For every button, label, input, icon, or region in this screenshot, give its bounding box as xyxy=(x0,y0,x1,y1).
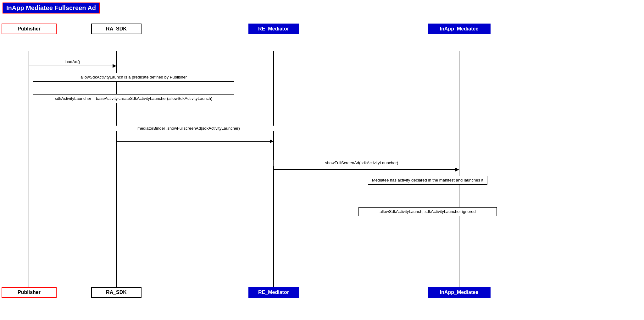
msg-sdk-activity-launcher: sdkActivityLauncher = baseActivity.creat… xyxy=(33,94,234,103)
actor-ra-sdk-bot: RA_SDK xyxy=(91,287,142,298)
actor-re-mediator-top: RE_Mediator xyxy=(248,24,299,34)
actor-ra-sdk-top: RA_SDK xyxy=(91,24,142,34)
msg-loadad: loadAd() xyxy=(41,59,104,65)
msg-mediator-binder: mediatorBinder .showFullscreenAd(sdkActi… xyxy=(97,126,280,131)
msg-mediatee-activity: Mediatee has activity declared in the ma… xyxy=(368,176,487,185)
actor-inapp-mediatee-bot: InApp_Mediatee xyxy=(428,287,491,298)
msg-show-fullscreen-ad: showFullScreenAd(sdkActivityLauncher) xyxy=(274,160,450,166)
msg-allow-sdk-ignored: allowSdkActivityLaunch, sdkActivityLaunc… xyxy=(358,207,497,216)
svg-marker-9 xyxy=(455,168,459,171)
diagram-title: InApp Mediatee Fullscreen Ad xyxy=(3,3,100,14)
svg-marker-5 xyxy=(113,64,116,68)
actor-inapp-mediatee-top: InApp_Mediatee xyxy=(428,24,491,34)
msg-allow-sdk-note: allowSdkActivityLaunch is a predicate de… xyxy=(33,73,234,82)
actor-publisher-top: Publisher xyxy=(2,24,57,34)
actor-re-mediator-bot: RE_Mediator xyxy=(248,287,299,298)
actor-publisher-bot: Publisher xyxy=(2,287,57,298)
diagram-container: InApp Mediatee Fullscreen Ad Publisher R… xyxy=(0,0,644,320)
svg-marker-7 xyxy=(270,139,274,143)
